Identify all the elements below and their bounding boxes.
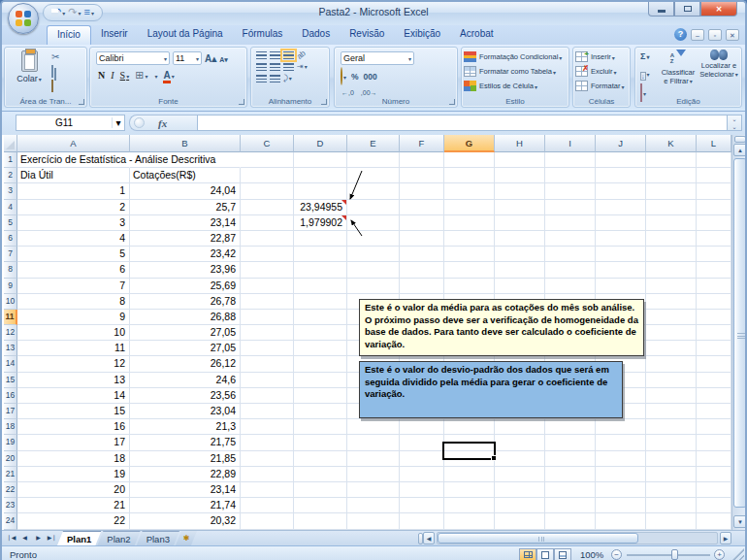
cell-D13[interactable] xyxy=(294,341,347,356)
cell-C2[interactable] xyxy=(241,168,294,183)
cell-G18[interactable] xyxy=(444,419,495,435)
decrease-decimal-button[interactable]: ,00→ xyxy=(360,88,378,97)
cell-D14[interactable] xyxy=(294,356,347,372)
cell-E22[interactable] xyxy=(347,482,400,498)
cell-K12[interactable] xyxy=(646,325,697,341)
insert-cells-button[interactable]: + Inserir xyxy=(575,49,628,64)
ribbon-tab-acrobat[interactable]: Acrobat xyxy=(450,25,503,45)
cell-K8[interactable] xyxy=(646,262,697,278)
cell-K20[interactable] xyxy=(646,451,697,467)
row-header-7[interactable]: 7 xyxy=(4,247,17,262)
minimize-button[interactable] xyxy=(648,2,674,16)
view-normal-button[interactable] xyxy=(519,548,536,560)
percent-style-button[interactable]: % xyxy=(351,72,359,82)
cell-H9[interactable] xyxy=(495,279,545,294)
row-header-15[interactable]: 15 xyxy=(4,373,17,388)
paste-button[interactable]: Colar xyxy=(13,50,46,97)
cell-J21[interactable] xyxy=(596,467,646,482)
cell-G21[interactable] xyxy=(444,467,495,482)
borders-button[interactable]: ⊞ xyxy=(135,69,147,82)
cell-D7[interactable] xyxy=(294,247,347,262)
cell-K24[interactable] xyxy=(646,513,697,529)
column-header-F[interactable]: F xyxy=(400,135,444,152)
cell-H21[interactable] xyxy=(495,467,545,482)
cell-C15[interactable] xyxy=(241,373,294,388)
sheet-tab-plan2[interactable]: Plan2 xyxy=(97,531,140,545)
cell-K21[interactable] xyxy=(646,467,697,482)
format-painter-button[interactable] xyxy=(51,81,59,91)
cell-C18[interactable] xyxy=(241,419,294,435)
row-header-10[interactable]: 10 xyxy=(4,294,17,310)
cell-F19[interactable] xyxy=(400,435,444,450)
cell-A2[interactable]: Dia Útil xyxy=(17,168,130,183)
cell-G9[interactable] xyxy=(444,279,495,294)
italic-button[interactable]: I xyxy=(111,70,114,81)
cell-I7[interactable] xyxy=(545,247,596,262)
cell-F21[interactable] xyxy=(400,467,444,482)
cell-C19[interactable] xyxy=(241,435,294,450)
workbook-close-button[interactable]: ✕ xyxy=(726,29,739,41)
cell-C5[interactable] xyxy=(241,215,294,231)
column-header-D[interactable]: D xyxy=(294,135,347,152)
horizontal-scrollbar[interactable]: ◀ ▶ xyxy=(423,531,731,545)
cell-L16[interactable] xyxy=(697,388,731,404)
cell-D10[interactable] xyxy=(294,294,347,310)
column-header-J[interactable]: J xyxy=(596,135,646,152)
cell-G4[interactable] xyxy=(444,200,495,215)
ribbon-tab-layout-da-página[interactable]: Layout da Página xyxy=(138,25,233,45)
cell-E2[interactable] xyxy=(347,168,400,183)
cell-A14[interactable]: 12 xyxy=(17,356,130,372)
decrease-indent-icon[interactable] xyxy=(256,75,267,82)
column-header-H[interactable]: H xyxy=(495,135,545,152)
format-cells-button[interactable]: Formatar xyxy=(575,79,628,93)
close-button[interactable]: ✕ xyxy=(700,2,737,16)
cell-styles-button[interactable]: Estilos de Célula xyxy=(464,79,567,93)
cell-C4[interactable] xyxy=(241,200,294,215)
cell-F4[interactable] xyxy=(400,200,444,215)
cell-I6[interactable] xyxy=(545,231,596,247)
cell-H24[interactable] xyxy=(495,513,545,529)
cell-C17[interactable] xyxy=(241,404,294,419)
cell-J8[interactable] xyxy=(596,262,646,278)
cell-L12[interactable] xyxy=(697,325,731,341)
cell-A8[interactable]: 6 xyxy=(17,262,130,278)
column-header-C[interactable]: C xyxy=(241,135,294,152)
cell-B18[interactable]: 21,3 xyxy=(130,419,241,435)
row-header-1[interactable]: 1 xyxy=(4,152,17,168)
cell-J2[interactable] xyxy=(596,168,646,183)
ribbon-tab-revisão[interactable]: Revisão xyxy=(340,25,394,45)
cell-G22[interactable] xyxy=(444,482,495,498)
fill-button[interactable]: ↓ xyxy=(640,65,650,82)
cell-D17[interactable] xyxy=(294,404,347,419)
comma-style-button[interactable]: 000 xyxy=(364,72,377,82)
cell-G8[interactable] xyxy=(444,262,495,278)
cell-H1[interactable] xyxy=(495,152,545,168)
zoom-out-button[interactable]: − xyxy=(611,549,622,560)
cell-K15[interactable] xyxy=(646,373,697,388)
cell-I18[interactable] xyxy=(545,419,596,435)
cell-J19[interactable] xyxy=(596,435,646,450)
cell-B12[interactable]: 27,05 xyxy=(130,325,241,341)
cell-E8[interactable] xyxy=(347,262,400,278)
merge-center-button[interactable]: ⇥ xyxy=(297,62,308,71)
cell-E3[interactable] xyxy=(347,183,400,199)
scroll-right-button[interactable]: ▶ xyxy=(720,532,731,544)
cell-E20[interactable] xyxy=(347,451,400,467)
cell-B3[interactable]: 24,04 xyxy=(130,183,241,199)
align-top-icon[interactable] xyxy=(256,51,267,59)
row-header-16[interactable]: 16 xyxy=(4,388,17,404)
cell-B14[interactable]: 26,12 xyxy=(130,356,241,372)
resize-grip[interactable] xyxy=(731,548,744,560)
column-header-B[interactable]: B xyxy=(130,135,241,152)
cut-button[interactable]: ✂ xyxy=(51,51,59,62)
view-page-layout-button[interactable] xyxy=(536,548,554,560)
cell-D15[interactable] xyxy=(294,373,347,388)
cell-J1[interactable] xyxy=(596,152,646,168)
cell-L17[interactable] xyxy=(697,404,731,419)
autosum-button[interactable]: Σ xyxy=(640,50,650,63)
orientation-icon[interactable]: ab xyxy=(295,49,308,61)
last-sheet-button[interactable]: ▶❘ xyxy=(46,532,58,544)
cell-I9[interactable] xyxy=(545,279,596,294)
cell-C20[interactable] xyxy=(241,451,294,467)
cell-K3[interactable] xyxy=(646,183,697,199)
